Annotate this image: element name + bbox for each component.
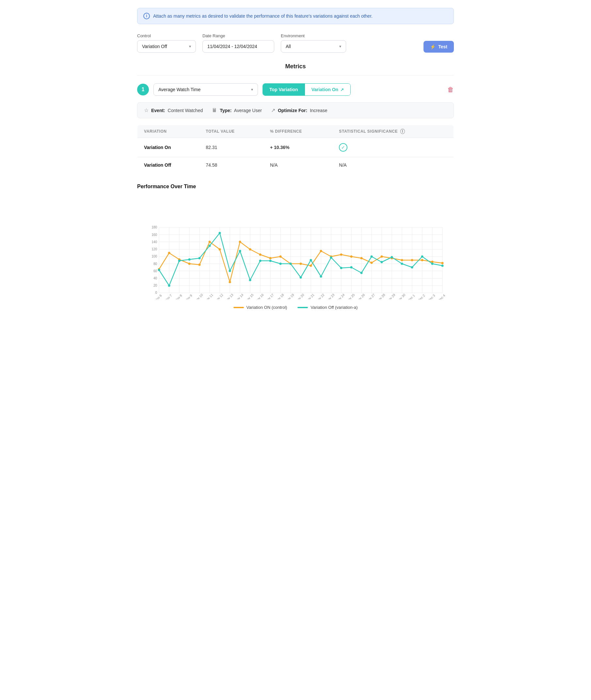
row2-variation: Variation Off <box>137 157 199 173</box>
legend-color-teal <box>298 307 308 308</box>
row2-significance: N/A <box>332 157 454 173</box>
svg-text:140: 140 <box>151 240 157 244</box>
data-point <box>421 259 423 261</box>
row2-total: 74.58 <box>199 157 263 173</box>
star-icon: ☆ <box>144 107 148 113</box>
type-value: Average User <box>234 108 262 113</box>
svg-text:Nov 20: Nov 20 <box>295 293 305 299</box>
data-point <box>219 232 221 234</box>
metric-row: 1 Average Watch Time ▾ Top Variation Var… <box>137 83 454 96</box>
svg-text:Nov 13: Nov 13 <box>224 293 234 299</box>
svg-text:Nov 16: Nov 16 <box>254 293 264 299</box>
svg-text:80: 80 <box>153 262 157 266</box>
data-point <box>320 276 322 278</box>
variation-tabs: Top Variation Variation On ↗ <box>263 83 351 96</box>
data-point <box>279 255 282 258</box>
svg-text:Nov 10: Nov 10 <box>194 293 203 299</box>
data-point <box>340 267 342 269</box>
control-value: Variation Off <box>142 44 167 49</box>
control-select[interactable]: Variation Off ▾ <box>137 40 196 53</box>
row1-significance: ✓ <box>332 138 454 157</box>
svg-text:Nov 7: Nov 7 <box>164 293 173 299</box>
data-point <box>259 260 262 262</box>
legend-label-orange: Variation ON (control) <box>247 305 287 310</box>
data-point <box>229 281 231 283</box>
data-point <box>421 255 423 258</box>
environment-label: Environment <box>281 33 346 38</box>
svg-text:Nov 30: Nov 30 <box>396 293 406 299</box>
date-range-group: Date Range 11/04/2024 - 12/04/2024 <box>202 33 274 53</box>
control-group: Control Variation Off ▾ <box>137 33 196 53</box>
data-point <box>259 253 262 256</box>
data-point <box>168 252 171 254</box>
metrics-section: Metrics 1 Average Watch Time ▾ Top Varia… <box>137 63 454 310</box>
data-point <box>320 250 322 252</box>
svg-text:Nov 14: Nov 14 <box>234 293 244 299</box>
row1-total: 82.31 <box>199 138 263 157</box>
optimize-value: Increase <box>310 108 328 113</box>
event-item: ☆ Event: Content Watched <box>144 107 203 113</box>
data-point <box>168 285 171 287</box>
table-row: Variation On 82.31 + 10.36% ✓ <box>137 138 454 157</box>
data-point <box>411 266 413 269</box>
col-variation: VARIATION <box>137 125 199 138</box>
data-point <box>431 263 434 265</box>
svg-text:Nov 22: Nov 22 <box>315 293 325 299</box>
data-point <box>178 260 181 262</box>
info-icon: i <box>143 13 150 19</box>
lightning-icon: ⚡ <box>430 44 436 49</box>
chart-container: .grid-line { stroke: #e8eaed; stroke-wid… <box>137 195 454 300</box>
data-point <box>249 279 251 281</box>
top-variation-label: Top Variation <box>269 87 298 92</box>
data-point <box>269 257 272 259</box>
data-point <box>310 259 312 261</box>
environment-select[interactable]: All ▾ <box>281 40 346 53</box>
data-point <box>289 263 292 265</box>
type-label-text: Type: Average User <box>220 108 262 113</box>
data-point <box>188 263 191 265</box>
data-point <box>381 261 383 264</box>
chart-legend: Variation ON (control) Variation Off (va… <box>137 305 454 310</box>
data-point <box>310 265 312 267</box>
col-significance: STATISTICAL SIGNIFICANCE i <box>332 125 454 138</box>
metric-name: Average Watch Time <box>158 87 200 92</box>
svg-text:Nov 15: Nov 15 <box>244 293 254 299</box>
type-item: 🖩 Type: Average User <box>212 108 262 113</box>
data-point <box>371 262 373 264</box>
event-value: Content Watched <box>168 108 203 113</box>
svg-text:Nov 26: Nov 26 <box>355 293 366 299</box>
data-point <box>330 256 332 259</box>
svg-text:100: 100 <box>151 254 157 258</box>
date-range-value: 11/04/2024 - 12/04/2024 <box>207 44 257 49</box>
trending-up-icon: ↗ <box>340 87 344 92</box>
top-variation-tab[interactable]: Top Variation <box>263 84 305 96</box>
variation-on-tab[interactable]: Variation On ↗ <box>305 84 350 96</box>
svg-text:Nov 25: Nov 25 <box>345 293 355 299</box>
metrics-table: VARIATION TOTAL VALUE % DIFFERENCE STATI… <box>137 125 454 173</box>
test-button[interactable]: ⚡ Test <box>423 41 454 53</box>
data-point <box>442 262 444 265</box>
data-point <box>340 253 342 256</box>
data-point <box>199 264 201 266</box>
data-point <box>431 261 434 263</box>
data-point <box>158 269 160 271</box>
data-point <box>199 257 201 259</box>
svg-text:Dec 4: Dec 4 <box>437 293 446 299</box>
data-point <box>411 259 413 261</box>
data-point <box>381 255 383 258</box>
chart-title: Performance Over Time <box>137 184 454 189</box>
metrics-title: Metrics <box>137 63 454 75</box>
banner-text: Attach as many metrics as desired to val… <box>153 13 373 19</box>
date-range-input[interactable]: 11/04/2024 - 12/04/2024 <box>202 40 274 53</box>
svg-text:Nov 8: Nov 8 <box>174 293 183 299</box>
svg-text:Nov 17: Nov 17 <box>264 293 274 299</box>
svg-text:Nov 9: Nov 9 <box>184 293 193 299</box>
chevron-down-icon: ▾ <box>251 87 253 92</box>
delete-button[interactable]: 🗑 <box>447 86 454 94</box>
metric-select[interactable]: Average Watch Time ▾ <box>153 83 258 96</box>
info-banner: i Attach as many metrics as desired to v… <box>137 8 454 24</box>
data-point <box>269 260 272 262</box>
data-point <box>209 241 211 243</box>
trending-icon: ↗ <box>271 107 275 113</box>
event-label-text: Event: Content Watched <box>151 108 203 113</box>
